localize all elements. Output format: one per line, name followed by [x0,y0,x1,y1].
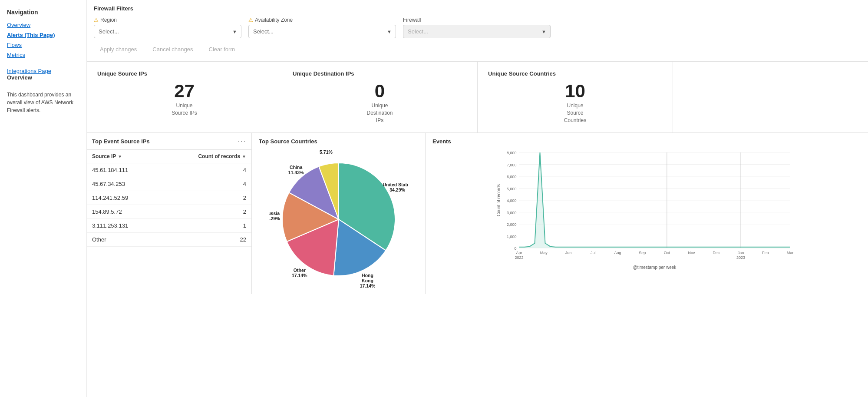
svg-text:Sep: Sep [639,251,646,255]
table-row[interactable]: 45.61.184.1114 [87,163,251,177]
table-menu-button[interactable]: ··· [238,137,246,145]
col-source-header[interactable]: Source IP ▼ [92,153,194,159]
firewall-select[interactable]: Select... [403,25,551,38]
az-label: ⚠ Availability Zone [248,17,396,23]
row-count: 2 [194,208,246,215]
pie-label-china: China11.43% [288,165,304,175]
pie-container: United States34.29%HongKong17.14%Other17… [259,150,418,289]
svg-text:@timestamp per week: @timestamp per week [633,265,677,270]
col-count-header[interactable]: Count of records ▼ [194,153,246,159]
stat-unique-countries-title: Unique Source Countries [488,70,662,77]
row-count: 2 [194,195,246,201]
svg-text:0: 0 [514,246,516,251]
line-chart: 01,0002,0003,0004,0005,0006,0007,0008,00… [432,148,861,270]
region-filter-group: ⚠ Region Select... ▼ [94,17,241,38]
pie-label-russia: Russia14.29% [269,211,280,221]
sidebar-title: Navigation [7,9,79,16]
az-select[interactable]: Select... [248,25,396,38]
svg-text:8,000: 8,000 [507,151,517,155]
stat-unique-source-ips: Unique Source IPs 27 UniqueSource IPs [87,62,282,132]
table-row[interactable]: 3.111.253.1311 [87,219,251,233]
pie-chart: United States34.29%HongKong17.14%Other17… [269,150,408,289]
nav-link-metrics[interactable]: Metrics [7,51,79,59]
svg-text:1,000: 1,000 [507,235,517,239]
svg-text:Mar: Mar [787,251,794,255]
sidebar: Navigation Overview Alerts (This Page) F… [0,0,87,397]
table-panel-header: Top Event Source IPs ··· [87,133,251,150]
row-source: 154.89.5.72 [92,208,194,215]
region-warning-icon: ⚠ [94,17,99,23]
nav-link-flows[interactable]: Flows [7,41,79,49]
apply-changes-button[interactable]: Apply changes [94,43,143,55]
pie-label-other: Other17.14% [292,268,307,278]
region-select-wrapper: Select... ▼ [94,25,241,38]
stat-unique-countries-value: 10 [488,82,662,100]
row-source: 3.111.253.131 [92,222,194,229]
sidebar-nav: Overview Alerts (This Page) Flows Metric… [7,21,79,59]
pie-panel: Top Source Countries United States34.29%… [252,133,426,294]
events-panel: Events 01,0002,0003,0004,0005,0006,0007,… [426,133,868,294]
svg-text:3,000: 3,000 [507,211,517,215]
table-row[interactable]: 114.241.52.592 [87,191,251,205]
table-panel-title: Top Event Source IPs [92,138,150,145]
row-source: 45.67.34.253 [92,181,194,187]
svg-text:Dec: Dec [713,251,720,255]
table-row[interactable]: Other22 [87,233,251,247]
filters-section: Firewall Filters ⚠ Region Select... ▼ ⚠ [87,0,868,62]
events-panel-title: Events [432,138,861,145]
table-header-row: Source IP ▼ Count of records ▼ [87,150,251,163]
firewall-filter-group: Firewall Select... ▼ [403,17,551,38]
firewall-label: Firewall [403,17,551,23]
svg-text:Oct: Oct [664,251,670,255]
table-panel: Top Event Source IPs ··· Source IP ▼ Cou… [87,133,252,294]
bottom-row: Top Event Source IPs ··· Source IP ▼ Cou… [87,133,868,294]
svg-text:Apr2022: Apr2022 [515,251,523,260]
stat-unique-source-ips-label: UniqueSource IPs [97,102,271,117]
az-select-wrapper: Select... ▼ [248,25,396,38]
svg-text:6,000: 6,000 [507,175,517,179]
row-source: 114.241.52.59 [92,195,194,201]
az-filter-group: ⚠ Availability Zone Select... ▼ [248,17,396,38]
stat-unique-source-ips-value: 27 [97,82,271,100]
filters-row: ⚠ Region Select... ▼ ⚠ Availability Zone [94,17,861,38]
clear-form-button[interactable]: Clear form [203,43,241,55]
row-source: 45.61.184.111 [92,167,194,173]
svg-text:Aug: Aug [614,251,621,255]
pie-label-hong-kong: HongKong17.14% [360,273,375,288]
filter-buttons: Apply changes Cancel changes Clear form [94,43,861,55]
cancel-changes-button[interactable]: Cancel changes [146,43,199,55]
sidebar-overview-desc: This dashboard provides an overall view … [7,91,79,114]
nav-link-overview[interactable]: Overview [7,21,79,29]
stat-unique-source-ips-title: Unique Source IPs [97,70,271,77]
table-row[interactable]: 154.89.5.722 [87,205,251,219]
stat-unique-dest-ips-title: Unique Destination IPs [293,70,467,77]
pie-label-india: India5.71% [320,150,333,155]
stat-unique-dest-ips: Unique Destination IPs 0 UniqueDestinati… [282,62,478,132]
firewall-select-wrapper: Select... ▼ [403,25,551,38]
svg-text:Jul: Jul [591,251,596,255]
stat-unique-countries-label: UniqueSourceCountries [488,102,662,124]
svg-text:Feb: Feb [762,251,769,255]
svg-text:May: May [540,251,548,255]
nav-link-alerts[interactable]: Alerts (This Page) [7,31,79,39]
svg-text:Jan2023: Jan2023 [736,251,745,260]
filters-title: Firewall Filters [94,5,861,12]
count-sort-icon: ▼ [242,154,246,159]
region-label: ⚠ Region [94,17,241,23]
stat-unique-dest-ips-label: UniqueDestinationIPs [293,102,467,124]
main-content: Firewall Filters ⚠ Region Select... ▼ ⚠ [87,0,868,397]
svg-text:7,000: 7,000 [507,163,517,167]
svg-text:Jun: Jun [565,251,572,255]
stat-unique-countries: Unique Source Countries 10 UniqueSourceC… [478,62,673,132]
source-sort-icon: ▼ [118,154,122,159]
row-count: 4 [194,181,246,187]
row-count: 4 [194,167,246,173]
table-row[interactable]: 45.67.34.2534 [87,177,251,191]
row-count: 22 [194,236,246,243]
chart-area: 01,0002,0003,0004,0005,0006,0007,0008,00… [432,148,861,270]
svg-text:5,000: 5,000 [507,187,517,191]
row-count: 1 [194,222,246,229]
pie-panel-title: Top Source Countries [259,138,418,145]
stats-row: Unique Source IPs 27 UniqueSource IPs Un… [87,62,868,133]
region-select[interactable]: Select... [94,25,241,38]
